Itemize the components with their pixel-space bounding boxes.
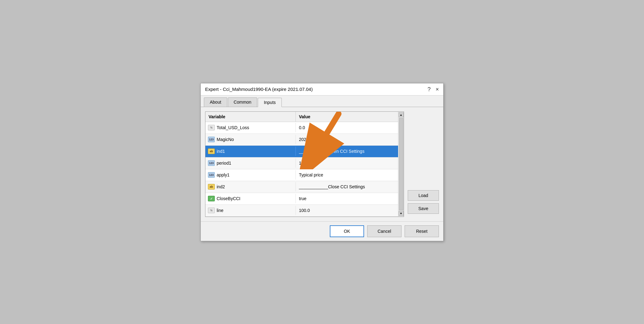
tab-about[interactable]: About xyxy=(204,97,227,107)
ok-button[interactable]: OK xyxy=(330,225,364,237)
help-button[interactable]: ? xyxy=(427,87,430,92)
load-button[interactable]: Load xyxy=(408,190,439,201)
cell-variable: 123 period1 xyxy=(205,158,296,168)
icon-ab: ab xyxy=(208,148,215,154)
window-title: Expert - Cci_Mahmoud1990-EA (expire 2021… xyxy=(205,87,313,92)
table-row[interactable]: ½ Total_USD_Loss 0.0 xyxy=(205,122,404,134)
table-row[interactable]: ab ind2 ____________Close CCI Settings xyxy=(205,181,404,193)
tab-common[interactable]: Common xyxy=(228,97,257,107)
table-header: Variable Value xyxy=(205,112,404,122)
cell-variable: ½ Total_USD_Loss xyxy=(205,123,296,132)
table-row[interactable]: 123 apply1 Typical price xyxy=(205,169,404,181)
cell-value[interactable]: 0.0 xyxy=(296,123,404,132)
scroll-down-button[interactable]: ▼ xyxy=(399,211,404,216)
col-header-variable: Variable xyxy=(205,112,296,122)
save-button[interactable]: Save xyxy=(408,203,439,214)
side-buttons: Load Save xyxy=(408,111,439,217)
icon-green-check: ✓ xyxy=(208,196,215,201)
icon-123: 123 xyxy=(208,160,215,166)
variable-name: period1 xyxy=(217,161,231,166)
cancel-button[interactable]: Cancel xyxy=(367,225,401,237)
table-row[interactable]: 123 MagicNo 2021 xyxy=(205,134,404,146)
cell-value[interactable]: 2021 xyxy=(296,135,404,144)
icon-123: 123 xyxy=(208,172,215,178)
cell-variable: ½ line xyxy=(205,206,296,215)
cell-variable: ab ind2 xyxy=(205,182,296,191)
bottom-bar: OK Cancel Reset xyxy=(201,221,443,241)
cell-value[interactable]: 100.0 xyxy=(296,206,404,215)
scrollbar[interactable]: ▲ ▼ xyxy=(398,112,404,217)
icon-123: 123 xyxy=(208,137,215,142)
icon-ab: ab xyxy=(208,184,215,190)
variable-name: Total_USD_Loss xyxy=(217,125,249,130)
variable-name: MagicNo xyxy=(217,137,234,142)
table-row[interactable]: ✓ CloseByCCI true xyxy=(205,193,404,205)
inputs-table: Variable Value ½ Total_USD_Loss 0.0 123 xyxy=(205,111,404,217)
table-row[interactable]: ½ line 100.0 xyxy=(205,205,404,217)
icon-v2: ½ xyxy=(208,125,215,130)
close-button[interactable]: × xyxy=(435,87,439,92)
cell-value[interactable]: ____________Close CCI Settings xyxy=(296,182,404,191)
cell-value[interactable]: 14 xyxy=(296,159,404,167)
variable-name: ind2 xyxy=(217,184,225,189)
cell-variable: 123 apply1 xyxy=(205,170,296,180)
tabs-area: About Common Inputs xyxy=(201,96,443,107)
scroll-up-button[interactable]: ▲ xyxy=(399,112,404,117)
cell-value[interactable]: Typical price xyxy=(296,171,404,179)
expert-dialog: Expert - Cci_Mahmoud1990-EA (expire 2021… xyxy=(200,83,444,241)
reset-button[interactable]: Reset xyxy=(405,225,439,237)
cell-value[interactable]: true xyxy=(296,194,404,203)
icon-v2: ½ xyxy=(208,208,215,213)
table-row[interactable]: 123 period1 14 xyxy=(205,157,404,169)
cell-variable: ✓ CloseByCCI xyxy=(205,194,296,203)
title-controls: ? × xyxy=(427,87,439,92)
variable-name: CloseByCCI xyxy=(217,196,240,201)
cell-variable: ab ind1 xyxy=(205,147,296,156)
table-row[interactable]: ab ind1 ____________Open CCI Settings xyxy=(205,146,404,157)
variable-name: line xyxy=(217,208,223,213)
variable-name: ind1 xyxy=(217,149,225,154)
title-bar: Expert - Cci_Mahmoud1990-EA (expire 2021… xyxy=(201,83,443,96)
scroll-track[interactable] xyxy=(399,118,403,210)
col-header-value: Value xyxy=(296,112,404,122)
cell-variable: 123 MagicNo xyxy=(205,135,296,144)
variable-name: apply1 xyxy=(217,172,229,177)
content-area: Variable Value ½ Total_USD_Loss 0.0 123 xyxy=(201,107,443,221)
cell-value[interactable]: ____________Open CCI Settings xyxy=(296,147,404,156)
table-body: ½ Total_USD_Loss 0.0 123 MagicNo 2021 xyxy=(205,122,404,217)
tab-inputs[interactable]: Inputs xyxy=(258,98,281,107)
